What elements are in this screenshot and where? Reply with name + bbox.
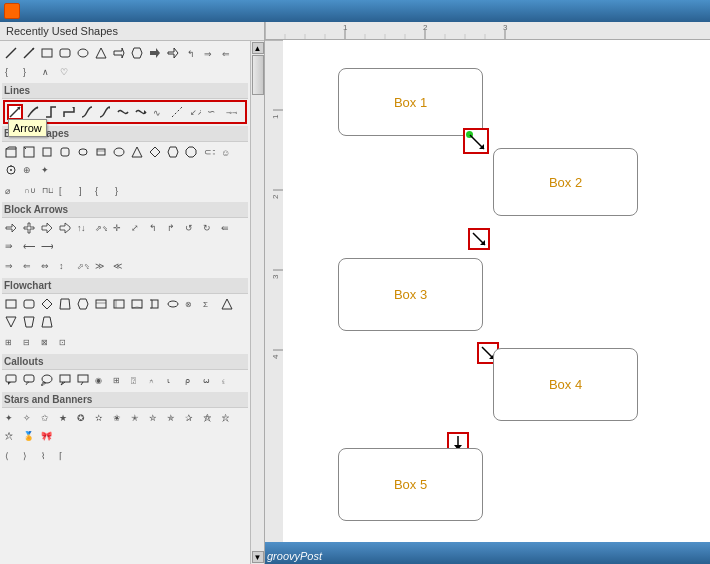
scroll-up-button[interactable]: ▲ <box>252 42 264 54</box>
shapes-scrollbar[interactable]: ▲ ▼ <box>250 41 264 564</box>
shape-item[interactable] <box>3 162 19 178</box>
shape-item[interactable]: ⛥ <box>219 410 235 426</box>
shape-item[interactable]: ⟨ <box>3 448 19 464</box>
shape-item[interactable]: ⍳ <box>165 372 181 388</box>
shape-item[interactable] <box>219 296 235 312</box>
shape-item[interactable]: ⍵ <box>201 372 217 388</box>
shape-item[interactable]: ✫ <box>93 410 109 426</box>
shape-item[interactable]: ⟩ <box>21 448 37 464</box>
shape-item[interactable] <box>111 45 127 61</box>
shape-item[interactable] <box>39 296 55 312</box>
shape-item[interactable]: ⬀⬂ <box>75 258 91 274</box>
shape-item[interactable]: ✯ <box>165 410 181 426</box>
shape-item[interactable]: Σ <box>201 296 217 312</box>
shape-item[interactable]: ◉ <box>93 372 109 388</box>
shape-item[interactable]: ⟵ <box>21 238 37 254</box>
shape-item[interactable]: } <box>21 63 37 79</box>
shape-item[interactable] <box>39 144 55 160</box>
shape-item[interactable] <box>21 220 37 236</box>
shape-item[interactable]: ⊂⊃ <box>201 144 217 160</box>
shape-item[interactable]: ↱ <box>165 220 181 236</box>
shape-item[interactable] <box>61 104 77 120</box>
shape-item[interactable] <box>21 314 37 330</box>
shape-item[interactable]: ⤢ <box>129 220 145 236</box>
shape-item[interactable]: ↑↓ <box>75 220 91 236</box>
shape-item[interactable]: ⍰ <box>129 372 145 388</box>
shape-item[interactable]: ⇗⇘ <box>93 220 109 236</box>
shape-item[interactable] <box>93 45 109 61</box>
shape-item[interactable]: ⊟ <box>21 334 37 350</box>
canvas-box-1[interactable]: Box 1 <box>338 68 483 136</box>
shape-item[interactable] <box>3 296 19 312</box>
shape-item[interactable] <box>165 45 181 61</box>
shape-item[interactable]: ✪ <box>75 410 91 426</box>
shape-item[interactable]: ✭ <box>129 410 145 426</box>
shape-item[interactable]: ⍲ <box>147 372 163 388</box>
shape-item[interactable]: ⇚ <box>219 220 235 236</box>
shape-item[interactable] <box>25 104 41 120</box>
shape-item[interactable]: ∧ <box>39 63 55 79</box>
shape-item[interactable]: ✩ <box>39 410 55 426</box>
shape-item[interactable] <box>147 296 163 312</box>
scroll-thumb[interactable] <box>252 55 264 95</box>
arrow-tool[interactable] <box>7 104 23 120</box>
shape-item[interactable]: } <box>111 182 127 198</box>
shape-item[interactable]: ∿ <box>151 104 167 120</box>
shape-item[interactable]: ↻ <box>201 220 217 236</box>
shape-item[interactable] <box>39 372 55 388</box>
shape-item[interactable] <box>57 45 73 61</box>
shape-item[interactable]: ✦ <box>3 410 19 426</box>
shape-item[interactable]: ⊞ <box>111 372 127 388</box>
shape-item[interactable]: { <box>3 63 19 79</box>
shapes-scroll-area[interactable]: ↰ ⇒ ⇐ { } ∧ ♡ Lines <box>0 41 250 564</box>
shape-item[interactable]: ⌇ <box>39 448 55 464</box>
shape-item[interactable] <box>39 45 55 61</box>
shape-item[interactable] <box>3 45 19 61</box>
shape-item[interactable]: ⊗ <box>183 296 199 312</box>
shape-item[interactable]: ♡ <box>57 63 73 79</box>
shape-item[interactable]: ≪ <box>111 258 127 274</box>
shape-item[interactable] <box>93 144 109 160</box>
drawing-canvas[interactable]: Box 1 Box 2 <box>283 40 710 542</box>
shape-item[interactable]: 🎀 <box>39 428 55 444</box>
shape-item[interactable]: ⊕ <box>21 162 37 178</box>
shape-item[interactable]: ] <box>75 182 91 198</box>
shape-item[interactable]: ⛦ <box>3 428 19 444</box>
shape-item[interactable]: ★ <box>57 410 73 426</box>
canvas-box-3[interactable]: Box 3 <box>338 258 483 331</box>
shape-item[interactable] <box>57 372 73 388</box>
shape-item[interactable]: ⇐ <box>21 258 37 274</box>
shape-item[interactable] <box>133 104 149 120</box>
shape-item[interactable] <box>129 296 145 312</box>
shape-item[interactable]: ∽ <box>205 104 221 120</box>
shape-item[interactable]: ⛤ <box>201 410 217 426</box>
shape-item[interactable] <box>111 296 127 312</box>
shape-item[interactable]: ↕ <box>57 258 73 274</box>
shape-item[interactable]: ⍴ <box>183 372 199 388</box>
shape-item[interactable]: ⌀ <box>3 182 19 198</box>
shape-item[interactable]: ≫ <box>93 258 109 274</box>
shape-item[interactable] <box>115 104 131 120</box>
shape-item[interactable] <box>75 45 91 61</box>
shape-item[interactable] <box>75 144 91 160</box>
shape-item[interactable]: ⇐ <box>219 45 235 61</box>
shape-item[interactable]: ⟶ <box>39 238 55 254</box>
shape-item[interactable]: ⊞ <box>3 334 19 350</box>
shape-item[interactable] <box>93 296 109 312</box>
scroll-down-button[interactable]: ▼ <box>252 551 264 563</box>
shape-item[interactable]: ☺ <box>219 144 235 160</box>
shape-item[interactable]: ↙↗ <box>187 104 203 120</box>
shape-item[interactable]: ↺ <box>183 220 199 236</box>
shape-item[interactable] <box>43 104 59 120</box>
shape-item[interactable] <box>169 104 185 120</box>
shape-item[interactable]: ⊡ <box>57 334 73 350</box>
shape-item[interactable]: ⇛ <box>3 238 19 254</box>
shape-item[interactable] <box>165 296 181 312</box>
shape-item[interactable] <box>75 296 91 312</box>
shape-item[interactable] <box>147 144 163 160</box>
shape-item[interactable]: [ <box>57 182 73 198</box>
shape-item[interactable] <box>57 296 73 312</box>
shape-item[interactable]: ⌈ <box>57 448 73 464</box>
shape-item[interactable] <box>57 144 73 160</box>
shape-item[interactable]: ⊠ <box>39 334 55 350</box>
